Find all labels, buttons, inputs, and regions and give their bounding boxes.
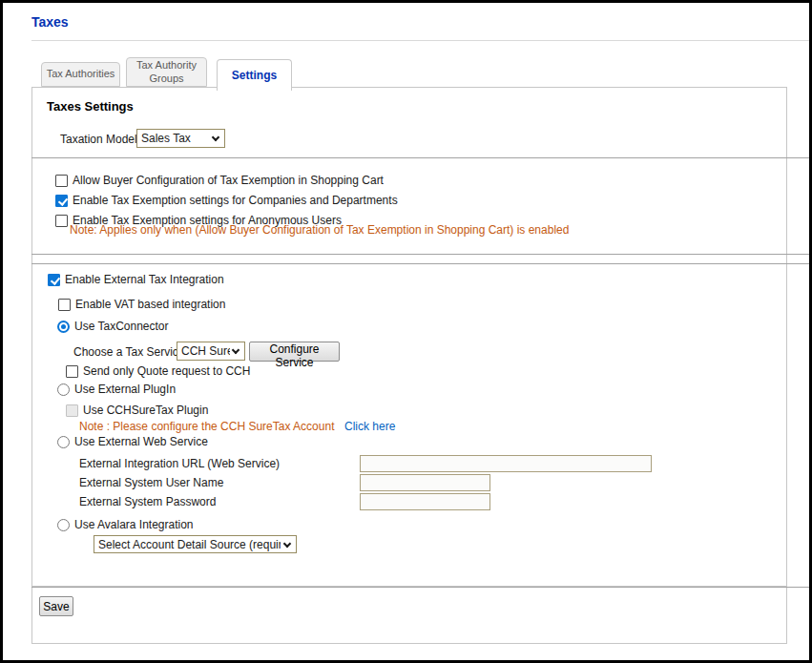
companies-departments-checkbox[interactable] bbox=[55, 195, 68, 207]
cchsuretax-plugin-note: Note : Please configure the CCH SureTax … bbox=[79, 420, 334, 433]
send-only-quote-row: Send only Quote request to CCH bbox=[66, 363, 250, 379]
use-external-web-service-radio[interactable] bbox=[57, 436, 70, 448]
configure-service-button[interactable]: Configure Service bbox=[249, 342, 340, 362]
anonymous-users-note: Note: Applies only when (Allow Buyer Con… bbox=[70, 223, 569, 237]
cchsuretax-plugin-row: Use CCHSureTax Plugin bbox=[66, 403, 208, 418]
use-avalara-label: Use Avalara Integration bbox=[74, 518, 194, 531]
avalara-account-source-select[interactable]: Select Account Detail Source (required) bbox=[94, 535, 297, 553]
configure-account-link[interactable]: Click here bbox=[344, 420, 395, 433]
use-external-plugin-label: Use External PlugIn bbox=[74, 383, 176, 396]
external-password-input[interactable] bbox=[360, 493, 490, 510]
section-heading-taxes-settings: Taxes Settings bbox=[47, 99, 134, 114]
section-divider bbox=[31, 254, 810, 255]
cchsuretax-plugin-label: Use CCHSureTax Plugin bbox=[83, 404, 208, 417]
use-external-plugin-row: Use External PlugIn bbox=[57, 382, 176, 397]
allow-buyer-exemption-row: Allow Buyer Configuration of Tax Exempti… bbox=[55, 173, 384, 188]
use-avalara-radio[interactable] bbox=[57, 519, 70, 531]
enable-vat-row: Enable VAT based integration bbox=[58, 297, 225, 312]
taxation-model-value: Sales Tax bbox=[141, 132, 191, 145]
tax-service-select[interactable]: CCH SureTax bbox=[177, 342, 245, 361]
tab-tax-authorities[interactable]: Tax Authorities bbox=[41, 62, 120, 87]
send-only-quote-checkbox[interactable] bbox=[66, 365, 78, 378]
external-url-input[interactable] bbox=[360, 455, 652, 472]
tab-label: Settings bbox=[232, 69, 277, 82]
tab-tax-authority-groups[interactable]: Tax Authority Groups bbox=[126, 57, 207, 87]
enable-external-integration-checkbox[interactable] bbox=[48, 274, 60, 286]
section-divider bbox=[31, 587, 810, 588]
tab-settings[interactable]: Settings bbox=[217, 59, 292, 91]
choose-tax-service-label: Choose a Tax Service bbox=[73, 345, 185, 359]
external-url-label: External Integration URL (Web Service) bbox=[79, 457, 280, 470]
send-only-quote-label: Send only Quote request to CCH bbox=[83, 364, 250, 378]
enable-external-integration-label: Enable External Tax Integration bbox=[65, 273, 224, 286]
external-username-input[interactable] bbox=[360, 474, 490, 491]
section-divider bbox=[31, 263, 810, 264]
chevron-down-icon bbox=[212, 134, 219, 141]
allow-buyer-exemption-checkbox[interactable] bbox=[55, 175, 68, 187]
use-external-web-service-label: Use External Web Service bbox=[74, 435, 208, 448]
external-username-label: External System User Name bbox=[79, 476, 223, 489]
page-title: Taxes bbox=[31, 14, 69, 30]
title-divider bbox=[31, 40, 809, 41]
save-row-frame bbox=[31, 587, 787, 644]
enable-vat-label: Enable VAT based integration bbox=[75, 298, 225, 311]
use-avalara-row: Use Avalara Integration bbox=[57, 517, 194, 532]
taxation-model-select[interactable]: Sales Tax bbox=[136, 129, 225, 148]
settings-panel-frame bbox=[31, 87, 787, 587]
taxation-model-label: Taxation Model: bbox=[60, 133, 140, 146]
companies-departments-label: Enable Tax Exemption settings for Compan… bbox=[73, 194, 398, 207]
use-taxconnector-label: Use TaxConnector bbox=[74, 320, 169, 333]
tab-label: Tax Authorities bbox=[47, 68, 115, 80]
use-external-plugin-radio[interactable] bbox=[57, 383, 70, 396]
companies-departments-row: Enable Tax Exemption settings for Compan… bbox=[55, 193, 398, 208]
tax-service-value: CCH SureTax bbox=[181, 344, 230, 358]
taxes-settings-page: Taxes Tax Authorities Tax Authority Grou… bbox=[0, 0, 812, 663]
enable-external-integration-row: Enable External Tax Integration bbox=[48, 272, 224, 287]
avalara-account-source-value: Select Account Detail Source (required) bbox=[98, 538, 281, 551]
save-button[interactable]: Save bbox=[39, 596, 73, 616]
enable-vat-checkbox[interactable] bbox=[58, 299, 71, 311]
allow-buyer-exemption-label: Allow Buyer Configuration of Tax Exempti… bbox=[73, 174, 384, 187]
chevron-down-icon bbox=[232, 346, 239, 354]
use-taxconnector-radio[interactable] bbox=[57, 321, 70, 333]
section-divider bbox=[31, 157, 810, 158]
use-taxconnector-row: Use TaxConnector bbox=[57, 319, 169, 334]
cchsuretax-plugin-checkbox bbox=[66, 404, 78, 417]
anonymous-users-checkbox[interactable] bbox=[55, 215, 68, 227]
use-external-web-service-row: Use External Web Service bbox=[57, 434, 208, 449]
chevron-down-icon bbox=[283, 539, 291, 547]
tab-label: Tax Authority Groups bbox=[133, 59, 200, 84]
external-password-label: External System Password bbox=[79, 495, 216, 508]
